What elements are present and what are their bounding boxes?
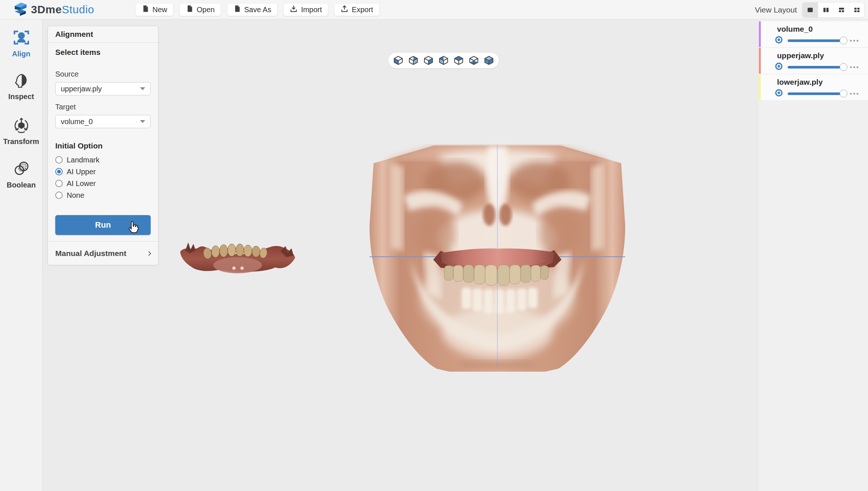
sidebar-item-align-label: Align [12,50,31,58]
save-as-button[interactable]: Save As [227,4,277,16]
radio-none[interactable]: None [55,189,151,201]
slider-handle[interactable] [840,63,847,71]
radio-ai-upper-label: AI Upper [67,168,96,176]
layout-two-pane-button[interactable] [818,3,833,17]
initial-option-heading: Initial Option [55,141,151,150]
view-layout-buttons [802,2,865,18]
opacity-slider[interactable] [788,66,845,69]
radio-ai-lower-label: AI Lower [67,179,96,188]
export-button-label: Export [352,6,373,14]
more-options-icon[interactable] [850,93,858,95]
back-face-cube-button[interactable] [407,54,420,67]
run-button-label: Run [95,220,111,230]
left-face-cube-button[interactable] [392,54,405,67]
layout-three-pane-button[interactable] [833,3,849,17]
save-as-button-label: Save As [244,6,271,14]
view-layout-label: View Layout [755,6,797,14]
upperjaw-mesh[interactable] [179,236,297,279]
view-orientation-toolbar [388,52,499,69]
brand-secondary: Studio [62,3,94,15]
layer-color-stripe [759,21,761,47]
visibility-eye-icon[interactable] [774,62,783,72]
layer-name: lowerjaw.ply [777,74,868,87]
target-label: Target [55,103,151,111]
sidebar-item-inspect[interactable]: Inspect [0,72,42,101]
brand-name: 3DmeStudio [31,3,94,16]
open-button-label: Open [197,6,215,14]
source-select-value: upperjaw.ply [61,85,102,93]
radio-landmark[interactable]: Landmark [55,154,151,166]
target-select[interactable]: volume_0 [55,115,151,128]
radio-button[interactable] [55,192,63,199]
front-face-cube-button[interactable] [437,54,450,67]
opacity-slider[interactable] [788,92,845,95]
layer-row-upperjaw[interactable]: upperjaw.ply [759,48,868,74]
import-button[interactable]: Import [284,4,328,16]
view-layout-control: View Layout [755,0,865,20]
ct-skull-volume[interactable] [368,141,626,375]
run-button[interactable]: Run [55,215,151,235]
file-actions: New Open Save As Import Export [136,4,379,16]
manual-adjustment-toggle[interactable]: Manual Adjustment › [48,241,158,265]
radio-button[interactable] [55,156,63,164]
new-document-icon [141,5,149,14]
more-options-icon[interactable] [850,66,858,68]
sidebar-item-transform[interactable]: Transform [0,116,42,146]
isometric-cube-button[interactable] [483,54,495,67]
sidebar-item-boolean[interactable]: Boolean [0,159,42,189]
new-button-label: New [153,6,167,14]
manual-adjustment-label: Manual Adjustment [55,249,126,258]
radio-ai-upper[interactable]: AI Upper [55,166,151,178]
import-button-label: Import [301,6,322,14]
target-select-value: volume_0 [61,118,93,126]
sidebar-item-boolean-label: Boolean [7,181,36,189]
radio-button-selected[interactable] [55,168,63,175]
3dme-logo-icon [13,1,27,18]
layer-name: upperjaw.ply [777,48,868,60]
export-button[interactable]: Export [335,4,379,16]
source-label: Source [55,70,151,78]
slider-handle[interactable] [840,90,847,98]
tool-sidebar: Align Inspect Transform [0,20,43,491]
right-face-cube-button[interactable] [422,54,435,67]
new-button[interactable]: New [136,4,173,16]
visibility-eye-icon[interactable] [774,35,783,46]
sidebar-item-align[interactable]: Align [0,28,42,58]
import-download-icon [290,5,298,15]
boolean-circles-icon [12,159,31,179]
slider-handle[interactable] [840,37,847,45]
save-document-icon [233,5,241,14]
radio-ai-lower[interactable]: AI Lower [55,178,151,189]
layer-color-stripe [759,48,761,74]
layer-row-volume-0[interactable]: volume_0 [759,21,868,47]
layout-four-pane-button[interactable] [849,3,864,17]
layout-single-button[interactable] [802,3,818,17]
bottom-face-cube-button[interactable] [468,54,480,67]
brand-primary: 3Dme [31,3,62,15]
sidebar-item-inspect-label: Inspect [8,92,34,101]
more-options-icon[interactable] [850,40,858,42]
transform-cube-icon [12,116,31,136]
sidebar-item-transform-label: Transform [3,137,39,146]
visibility-eye-icon[interactable] [774,88,783,99]
panel-title: Alignment [55,30,93,39]
inspect-head-icon [13,72,30,91]
source-select[interactable]: upperjaw.ply [55,82,151,95]
layers-panel: volume_0 upperjaw.ply lowerjaw.ply [759,20,868,491]
select-items-heading: Select items [55,48,151,57]
open-button[interactable]: Open [180,4,221,16]
top-toolbar: 3DmeStudio New Open Save As Import Expor… [0,0,868,20]
radio-none-label: None [67,191,84,200]
chevron-down-icon [140,120,145,123]
opacity-slider[interactable] [788,39,845,42]
radio-button[interactable] [55,180,63,187]
alignment-panel: Alignment Select items Source upperjaw.p… [48,26,158,265]
layer-row-lowerjaw[interactable]: lowerjaw.ply [759,74,868,100]
alignment-panel-header: Alignment [48,26,158,43]
app-logo: 3DmeStudio [13,1,94,18]
radio-landmark-label: Landmark [67,156,99,164]
chevron-down-icon [140,87,145,90]
chevron-right-icon: › [148,247,151,258]
align-face-icon [12,28,31,48]
top-face-cube-button[interactable] [452,54,465,67]
